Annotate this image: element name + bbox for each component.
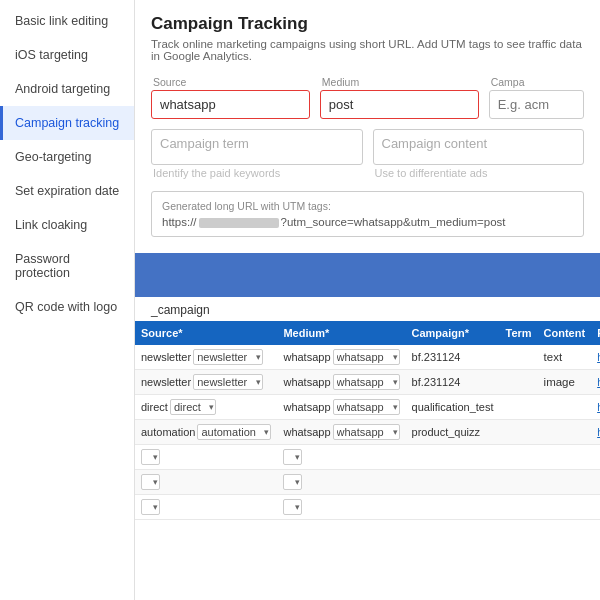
sidebar-item-qr-code-with-logo[interactable]: QR code with logo xyxy=(0,290,134,324)
form-row-2: Campaign term Identify the paid keywords… xyxy=(151,129,584,181)
table-row: newsletter newsletter whatsapp whatsapp … xyxy=(135,345,600,370)
source-select-wrap[interactable]: direct xyxy=(170,399,216,415)
cell-medium: whatsapp whatsapp xyxy=(277,370,405,395)
url-prefix: https:// xyxy=(162,216,197,228)
cell-source: direct direct xyxy=(135,395,277,420)
term-label: Campaign term xyxy=(160,136,354,151)
empty-source-select[interactable] xyxy=(141,474,160,490)
empty-term xyxy=(499,445,537,470)
cell-campaign: qualification_test xyxy=(406,395,500,420)
col-url: Final Linking URL xyxy=(591,321,600,345)
cell-content: text xyxy=(538,345,592,370)
empty-medium-select-wrap[interactable] xyxy=(283,499,302,515)
medium-field-group: Medium xyxy=(320,76,479,119)
empty-source-select-wrap[interactable] xyxy=(141,499,160,515)
empty-source-select[interactable] xyxy=(141,499,160,515)
generated-url-text: https://?utm_source=whatsapp&utm_medium=… xyxy=(162,216,573,228)
empty-source-select-wrap[interactable] xyxy=(141,449,160,465)
empty-url xyxy=(591,470,600,495)
medium-select-wrap[interactable]: whatsapp xyxy=(333,424,400,440)
empty-term xyxy=(499,470,537,495)
source-select-wrap[interactable]: automation xyxy=(197,424,271,440)
campaign-input[interactable] xyxy=(489,90,584,119)
source-select-wrap[interactable]: newsletter xyxy=(193,374,263,390)
sidebar-item-set-expiration-date[interactable]: Set expiration date xyxy=(0,174,134,208)
medium-value: whatsapp xyxy=(283,426,330,438)
source-label: Source xyxy=(151,76,310,88)
cell-medium: whatsapp whatsapp xyxy=(277,345,405,370)
empty-medium xyxy=(277,470,405,495)
cell-medium: whatsapp whatsapp xyxy=(277,395,405,420)
medium-select[interactable]: whatsapp xyxy=(333,424,400,440)
cell-url: https://test.com?utm_source=n xyxy=(591,345,600,370)
cell-medium: whatsapp whatsapp xyxy=(277,420,405,445)
cell-url: https://test.com?utm_source=a xyxy=(591,420,600,445)
empty-medium-select-wrap[interactable] xyxy=(283,449,302,465)
col-term: Term xyxy=(499,321,537,345)
source-value: newsletter xyxy=(141,351,191,363)
medium-select-wrap[interactable]: whatsapp xyxy=(333,374,400,390)
empty-campaign xyxy=(406,495,500,520)
medium-input[interactable] xyxy=(320,90,479,119)
source-value: automation xyxy=(141,426,195,438)
campaign-value: bf.231124 xyxy=(412,376,461,388)
medium-value: whatsapp xyxy=(283,351,330,363)
cell-campaign: bf.231124 xyxy=(406,370,500,395)
sidebar-item-geo-targeting[interactable]: Geo-targeting xyxy=(0,140,134,174)
source-select[interactable]: newsletter xyxy=(193,374,263,390)
main-top: Campaign Tracking Track online marketing… xyxy=(135,0,600,247)
medium-select-wrap[interactable]: whatsapp xyxy=(333,349,400,365)
source-select[interactable]: newsletter xyxy=(193,349,263,365)
sidebar-item-link-cloaking[interactable]: Link cloaking xyxy=(0,208,134,242)
empty-source-select-wrap[interactable] xyxy=(141,474,160,490)
source-input[interactable] xyxy=(151,90,310,119)
main-content: Campaign Tracking Track online marketing… xyxy=(135,0,600,600)
cell-url: https://test.com?utm_source=n xyxy=(591,370,600,395)
empty-medium-select[interactable] xyxy=(283,474,302,490)
empty-medium-select[interactable] xyxy=(283,449,302,465)
url-suffix: ?utm_source=whatsapp&utm_medium=post xyxy=(281,216,506,228)
table-row: automation automation whatsapp whatsapp … xyxy=(135,420,600,445)
medium-select[interactable]: whatsapp xyxy=(333,349,400,365)
content-placeholder: Use to differentiate ads xyxy=(373,165,585,181)
medium-select[interactable]: whatsapp xyxy=(333,374,400,390)
table-body: newsletter newsletter whatsapp whatsapp … xyxy=(135,345,600,520)
source-select[interactable]: automation xyxy=(197,424,271,440)
empty-content xyxy=(538,445,592,470)
empty-medium-select-wrap[interactable] xyxy=(283,474,302,490)
source-select-wrap[interactable]: newsletter xyxy=(193,349,263,365)
medium-value: whatsapp xyxy=(283,401,330,413)
col-content: Content xyxy=(538,321,592,345)
sidebar-item-android-targeting[interactable]: Android targeting xyxy=(0,72,134,106)
cell-term xyxy=(499,395,537,420)
page-subtitle: Track online marketing campaigns using s… xyxy=(151,38,584,62)
col-campaign: Campaign* xyxy=(406,321,500,345)
campaign-row-label: _campaign xyxy=(135,297,600,321)
sidebar-item-password-protection[interactable]: Password protection xyxy=(0,242,134,290)
medium-select[interactable]: whatsapp xyxy=(333,399,400,415)
source-field-group: Source xyxy=(151,76,310,119)
content-value: text xyxy=(544,351,563,363)
sidebar-item-ios-targeting[interactable]: iOS targeting xyxy=(0,38,134,72)
empty-url xyxy=(591,445,600,470)
empty-source-select[interactable] xyxy=(141,449,160,465)
cell-term xyxy=(499,345,537,370)
campaign-table: Source* Medium* Campaign* Term Content F… xyxy=(135,321,600,520)
empty-medium xyxy=(277,495,405,520)
table-row: direct direct whatsapp whatsapp qualific… xyxy=(135,395,600,420)
form-row-1: Source Medium Campa xyxy=(151,76,584,119)
cell-source: newsletter newsletter xyxy=(135,370,277,395)
sidebar-item-basic-link-editing[interactable]: Basic link editing xyxy=(0,4,134,38)
page-title: Campaign Tracking xyxy=(151,14,584,34)
term-field-box: Campaign term xyxy=(151,129,363,165)
empty-url xyxy=(591,495,600,520)
medium-select-wrap[interactable]: whatsapp xyxy=(333,399,400,415)
cell-source: automation automation xyxy=(135,420,277,445)
sidebar-item-campaign-tracking[interactable]: Campaign tracking xyxy=(0,106,134,140)
empty-term xyxy=(499,495,537,520)
source-select[interactable]: direct xyxy=(170,399,216,415)
table-header: Source* Medium* Campaign* Term Content F… xyxy=(135,321,600,345)
empty-medium-select[interactable] xyxy=(283,499,302,515)
col-medium: Medium* xyxy=(277,321,405,345)
cell-campaign: product_quizz xyxy=(406,420,500,445)
